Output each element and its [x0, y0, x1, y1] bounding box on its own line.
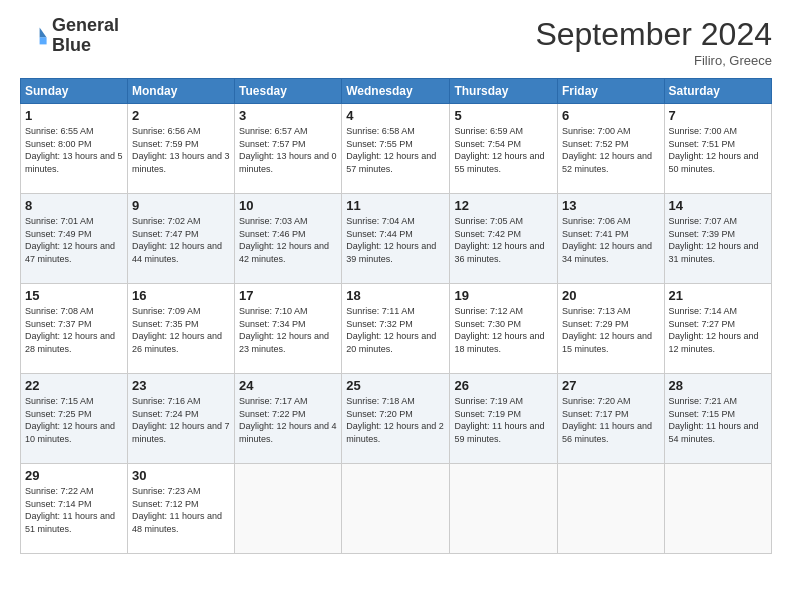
calendar-day-cell: 27Sunrise: 7:20 AMSunset: 7:17 PMDayligh…	[557, 374, 664, 464]
calendar-day-cell: 22Sunrise: 7:15 AMSunset: 7:25 PMDayligh…	[21, 374, 128, 464]
day-info: Sunrise: 6:59 AMSunset: 7:54 PMDaylight:…	[454, 125, 553, 175]
day-number: 25	[346, 378, 445, 393]
day-info: Sunrise: 7:18 AMSunset: 7:20 PMDaylight:…	[346, 395, 445, 445]
location: Filiro, Greece	[535, 53, 772, 68]
calendar-day-cell: 6Sunrise: 7:00 AMSunset: 7:52 PMDaylight…	[557, 104, 664, 194]
day-number: 12	[454, 198, 553, 213]
calendar-week-row: 1Sunrise: 6:55 AMSunset: 8:00 PMDaylight…	[21, 104, 772, 194]
day-info: Sunrise: 7:02 AMSunset: 7:47 PMDaylight:…	[132, 215, 230, 265]
calendar-day-cell: 29Sunrise: 7:22 AMSunset: 7:14 PMDayligh…	[21, 464, 128, 554]
day-info: Sunrise: 7:13 AMSunset: 7:29 PMDaylight:…	[562, 305, 660, 355]
day-number: 28	[669, 378, 767, 393]
calendar-day-cell: 1Sunrise: 6:55 AMSunset: 8:00 PMDaylight…	[21, 104, 128, 194]
calendar-day-cell: 16Sunrise: 7:09 AMSunset: 7:35 PMDayligh…	[127, 284, 234, 374]
day-info: Sunrise: 7:03 AMSunset: 7:46 PMDaylight:…	[239, 215, 337, 265]
day-number: 17	[239, 288, 337, 303]
calendar-day-cell: 11Sunrise: 7:04 AMSunset: 7:44 PMDayligh…	[342, 194, 450, 284]
day-info: Sunrise: 6:55 AMSunset: 8:00 PMDaylight:…	[25, 125, 123, 175]
calendar-day-cell: 8Sunrise: 7:01 AMSunset: 7:49 PMDaylight…	[21, 194, 128, 284]
calendar-day-cell: 19Sunrise: 7:12 AMSunset: 7:30 PMDayligh…	[450, 284, 558, 374]
calendar-day-cell: 23Sunrise: 7:16 AMSunset: 7:24 PMDayligh…	[127, 374, 234, 464]
day-number: 7	[669, 108, 767, 123]
calendar-day-cell: 30Sunrise: 7:23 AMSunset: 7:12 PMDayligh…	[127, 464, 234, 554]
calendar-day-cell	[235, 464, 342, 554]
calendar-day-header: Friday	[557, 79, 664, 104]
day-number: 5	[454, 108, 553, 123]
day-info: Sunrise: 7:05 AMSunset: 7:42 PMDaylight:…	[454, 215, 553, 265]
day-info: Sunrise: 7:14 AMSunset: 7:27 PMDaylight:…	[669, 305, 767, 355]
day-number: 10	[239, 198, 337, 213]
day-number: 20	[562, 288, 660, 303]
title-area: September 2024 Filiro, Greece	[535, 16, 772, 68]
calendar-day-cell: 12Sunrise: 7:05 AMSunset: 7:42 PMDayligh…	[450, 194, 558, 284]
day-number: 27	[562, 378, 660, 393]
calendar-day-cell: 14Sunrise: 7:07 AMSunset: 7:39 PMDayligh…	[664, 194, 771, 284]
calendar-day-cell: 26Sunrise: 7:19 AMSunset: 7:19 PMDayligh…	[450, 374, 558, 464]
day-number: 29	[25, 468, 123, 483]
calendar-day-cell: 24Sunrise: 7:17 AMSunset: 7:22 PMDayligh…	[235, 374, 342, 464]
calendar-day-header: Monday	[127, 79, 234, 104]
logo-text: General Blue	[52, 16, 119, 56]
calendar-week-row: 8Sunrise: 7:01 AMSunset: 7:49 PMDaylight…	[21, 194, 772, 284]
calendar-table: SundayMondayTuesdayWednesdayThursdayFrid…	[20, 78, 772, 554]
day-number: 24	[239, 378, 337, 393]
day-info: Sunrise: 7:11 AMSunset: 7:32 PMDaylight:…	[346, 305, 445, 355]
calendar-day-cell	[557, 464, 664, 554]
calendar-day-cell: 9Sunrise: 7:02 AMSunset: 7:47 PMDaylight…	[127, 194, 234, 284]
day-number: 4	[346, 108, 445, 123]
day-number: 16	[132, 288, 230, 303]
calendar-day-header: Sunday	[21, 79, 128, 104]
logo: General Blue	[20, 16, 119, 56]
day-info: Sunrise: 7:15 AMSunset: 7:25 PMDaylight:…	[25, 395, 123, 445]
day-info: Sunrise: 6:56 AMSunset: 7:59 PMDaylight:…	[132, 125, 230, 175]
day-info: Sunrise: 6:57 AMSunset: 7:57 PMDaylight:…	[239, 125, 337, 175]
svg-marker-0	[40, 27, 47, 37]
day-info: Sunrise: 6:58 AMSunset: 7:55 PMDaylight:…	[346, 125, 445, 175]
calendar-day-header: Tuesday	[235, 79, 342, 104]
day-info: Sunrise: 7:17 AMSunset: 7:22 PMDaylight:…	[239, 395, 337, 445]
calendar-day-cell: 25Sunrise: 7:18 AMSunset: 7:20 PMDayligh…	[342, 374, 450, 464]
day-number: 2	[132, 108, 230, 123]
day-number: 13	[562, 198, 660, 213]
day-info: Sunrise: 7:09 AMSunset: 7:35 PMDaylight:…	[132, 305, 230, 355]
day-info: Sunrise: 7:06 AMSunset: 7:41 PMDaylight:…	[562, 215, 660, 265]
calendar-day-cell	[664, 464, 771, 554]
calendar-day-cell: 20Sunrise: 7:13 AMSunset: 7:29 PMDayligh…	[557, 284, 664, 374]
day-info: Sunrise: 7:19 AMSunset: 7:19 PMDaylight:…	[454, 395, 553, 445]
day-info: Sunrise: 7:12 AMSunset: 7:30 PMDaylight:…	[454, 305, 553, 355]
day-number: 9	[132, 198, 230, 213]
calendar-day-cell: 3Sunrise: 6:57 AMSunset: 7:57 PMDaylight…	[235, 104, 342, 194]
calendar-day-cell: 7Sunrise: 7:00 AMSunset: 7:51 PMDaylight…	[664, 104, 771, 194]
day-number: 11	[346, 198, 445, 213]
day-number: 22	[25, 378, 123, 393]
calendar-day-cell: 13Sunrise: 7:06 AMSunset: 7:41 PMDayligh…	[557, 194, 664, 284]
day-number: 15	[25, 288, 123, 303]
day-info: Sunrise: 7:20 AMSunset: 7:17 PMDaylight:…	[562, 395, 660, 445]
calendar-day-cell: 10Sunrise: 7:03 AMSunset: 7:46 PMDayligh…	[235, 194, 342, 284]
day-number: 6	[562, 108, 660, 123]
calendar-day-header: Wednesday	[342, 79, 450, 104]
svg-marker-1	[40, 37, 47, 44]
calendar-day-cell: 5Sunrise: 6:59 AMSunset: 7:54 PMDaylight…	[450, 104, 558, 194]
day-info: Sunrise: 7:07 AMSunset: 7:39 PMDaylight:…	[669, 215, 767, 265]
day-info: Sunrise: 7:08 AMSunset: 7:37 PMDaylight:…	[25, 305, 123, 355]
day-info: Sunrise: 7:01 AMSunset: 7:49 PMDaylight:…	[25, 215, 123, 265]
day-number: 18	[346, 288, 445, 303]
calendar-week-row: 22Sunrise: 7:15 AMSunset: 7:25 PMDayligh…	[21, 374, 772, 464]
day-info: Sunrise: 7:00 AMSunset: 7:52 PMDaylight:…	[562, 125, 660, 175]
day-number: 14	[669, 198, 767, 213]
day-number: 30	[132, 468, 230, 483]
header: General Blue September 2024 Filiro, Gree…	[20, 16, 772, 68]
day-info: Sunrise: 7:10 AMSunset: 7:34 PMDaylight:…	[239, 305, 337, 355]
calendar-day-cell	[342, 464, 450, 554]
calendar-day-cell: 15Sunrise: 7:08 AMSunset: 7:37 PMDayligh…	[21, 284, 128, 374]
day-info: Sunrise: 7:04 AMSunset: 7:44 PMDaylight:…	[346, 215, 445, 265]
calendar-day-cell: 4Sunrise: 6:58 AMSunset: 7:55 PMDaylight…	[342, 104, 450, 194]
calendar-week-row: 29Sunrise: 7:22 AMSunset: 7:14 PMDayligh…	[21, 464, 772, 554]
calendar-week-row: 15Sunrise: 7:08 AMSunset: 7:37 PMDayligh…	[21, 284, 772, 374]
logo-line1: General	[52, 16, 119, 36]
day-number: 3	[239, 108, 337, 123]
calendar-day-cell: 21Sunrise: 7:14 AMSunset: 7:27 PMDayligh…	[664, 284, 771, 374]
page: General Blue September 2024 Filiro, Gree…	[0, 0, 792, 570]
calendar-day-cell	[450, 464, 558, 554]
